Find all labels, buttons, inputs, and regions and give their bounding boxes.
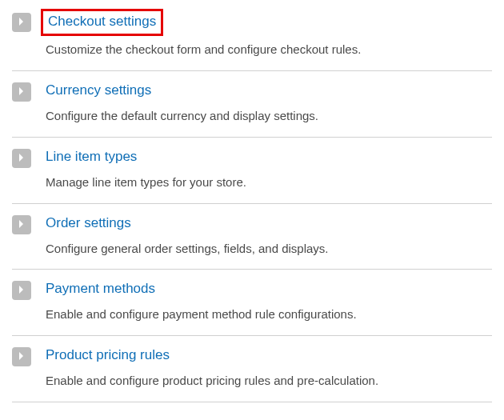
setting-item-line-item-types: Line item types Manage line item types f… bbox=[12, 138, 492, 204]
setting-content: Order settings Configure general order s… bbox=[46, 214, 492, 258]
settings-list: Checkout settings Customize the checkout… bbox=[12, 8, 492, 402]
setting-title-link[interactable]: Currency settings bbox=[46, 82, 151, 99]
setting-content: Checkout settings Customize the checkout… bbox=[46, 12, 492, 58]
setting-item-product-pricing-rules: Product pricing rules Enable and configu… bbox=[12, 336, 492, 402]
chevron-right-icon bbox=[18, 283, 25, 298]
chevron-right-icon bbox=[18, 151, 25, 166]
expand-button[interactable] bbox=[12, 13, 31, 32]
setting-title-link[interactable]: Order settings bbox=[46, 214, 131, 232]
setting-description: Customize the checkout form and configur… bbox=[46, 41, 492, 58]
setting-title-link[interactable]: Product pricing rules bbox=[46, 346, 170, 364]
setting-description: Enable and configure payment method rule… bbox=[46, 306, 492, 323]
setting-title-link[interactable]: Payment methods bbox=[46, 280, 155, 298]
setting-item-currency-settings: Currency settings Configure the default … bbox=[12, 71, 492, 138]
setting-content: Payment methods Enable and configure pay… bbox=[46, 280, 492, 323]
chevron-right-icon bbox=[18, 15, 25, 30]
chevron-right-icon bbox=[18, 85, 25, 99]
setting-content: Line item types Manage line item types f… bbox=[46, 148, 492, 191]
setting-description: Configure the default currency and displ… bbox=[46, 107, 492, 125]
setting-item-order-settings: Order settings Configure general order s… bbox=[12, 204, 492, 270]
expand-button[interactable] bbox=[12, 347, 31, 366]
setting-item-checkout-settings: Checkout settings Customize the checkout… bbox=[12, 8, 492, 71]
expand-button[interactable] bbox=[12, 215, 31, 234]
setting-description: Enable and configure product pricing rul… bbox=[46, 372, 492, 390]
setting-description: Configure general order settings, fields… bbox=[46, 240, 492, 258]
chevron-right-icon bbox=[18, 218, 25, 232]
setting-description: Manage line item types for your store. bbox=[46, 174, 492, 191]
setting-content: Product pricing rules Enable and configu… bbox=[46, 346, 492, 390]
expand-button[interactable] bbox=[12, 281, 31, 300]
expand-button[interactable] bbox=[12, 82, 31, 102]
setting-title-link[interactable]: Checkout settings bbox=[41, 9, 163, 36]
setting-title-link[interactable]: Line item types bbox=[46, 148, 137, 166]
setting-item-payment-methods: Payment methods Enable and configure pay… bbox=[12, 270, 492, 336]
setting-content: Currency settings Configure the default … bbox=[46, 82, 492, 125]
chevron-right-icon bbox=[18, 350, 25, 364]
expand-button[interactable] bbox=[12, 149, 31, 168]
